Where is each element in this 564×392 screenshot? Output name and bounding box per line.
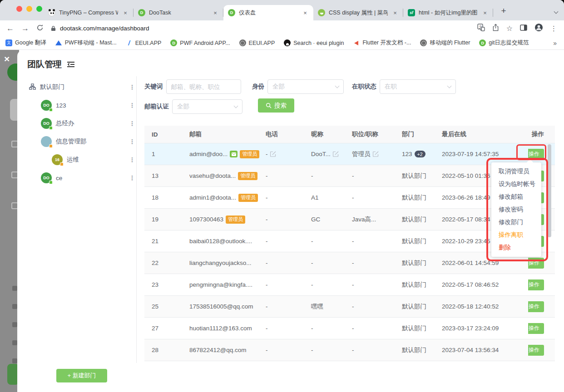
cell-nickname: - bbox=[311, 347, 352, 353]
department-item[interactable]: 16运维⋮ bbox=[26, 151, 136, 169]
search-icon bbox=[266, 103, 272, 108]
keyword-input[interactable] bbox=[166, 79, 241, 94]
edit-icon[interactable] bbox=[333, 151, 339, 157]
more-icon[interactable]: ⋮ bbox=[129, 156, 136, 163]
browser-tab[interactable]: html - 如何让img里的图片× bbox=[403, 5, 493, 20]
search-button[interactable]: 搜索 bbox=[258, 98, 294, 113]
action-button[interactable]: 操作 bbox=[528, 279, 544, 290]
bookmark-item[interactable]: EEUI.APP bbox=[239, 39, 275, 46]
more-icon[interactable]: ⋮ bbox=[129, 83, 136, 91]
zoom-window-icon[interactable] bbox=[36, 6, 42, 12]
new-department-button[interactable]: + 新建部门 bbox=[56, 369, 107, 382]
close-window-icon[interactable] bbox=[16, 6, 22, 12]
department-item[interactable]: DOce⋮ bbox=[26, 169, 136, 187]
cell-email: vasehu@doota...管理员 bbox=[189, 172, 266, 180]
cell-nickname: GC bbox=[311, 216, 352, 223]
tab-close-icon[interactable]: × bbox=[391, 10, 399, 16]
status-select[interactable]: 在职 bbox=[380, 79, 456, 94]
members-panel: 关键词 身份 全部 在职状态 在职 邮箱认证 全部 搜索 bbox=[144, 76, 555, 389]
profile-avatar[interactable] bbox=[534, 23, 543, 34]
bookmark-item[interactable]: git日志提交规范 bbox=[479, 39, 529, 47]
cell-action: 操作 bbox=[528, 323, 555, 334]
department-text: 默认部门 bbox=[402, 303, 426, 311]
collapse-menu-icon[interactable] bbox=[66, 61, 75, 68]
identity-select[interactable]: 全部 bbox=[267, 79, 344, 94]
segmentfault-icon bbox=[408, 9, 415, 16]
status-label: 在职状态 bbox=[352, 83, 376, 91]
bookmark-item[interactable]: Google 翻译 bbox=[5, 39, 46, 47]
browser-tab[interactable]: TinyPNG – Compress We× bbox=[44, 5, 134, 20]
tab-search-chevron-icon[interactable] bbox=[554, 7, 558, 15]
more-icon[interactable]: ⋮ bbox=[129, 174, 136, 181]
bookmark-item[interactable]: PWF移动端 - Mast... bbox=[55, 39, 117, 47]
admin-badge: 管理员 bbox=[226, 216, 245, 224]
bookmark-label: 移动端的 Flutter bbox=[430, 39, 470, 47]
side-panel-icon[interactable] bbox=[520, 24, 527, 33]
bookmark-item[interactable]: PWF Android APP... bbox=[170, 39, 230, 46]
translate-icon bbox=[5, 39, 12, 46]
tab-close-icon[interactable]: × bbox=[212, 10, 219, 16]
reload-icon[interactable] bbox=[36, 24, 44, 33]
globe-icon bbox=[239, 39, 246, 46]
tab-close-icon[interactable]: × bbox=[481, 10, 489, 16]
bookmark-item[interactable]: EEUI.APP bbox=[126, 39, 162, 46]
url-text: dootask.com/manage/dashboard bbox=[60, 25, 149, 32]
cell-position: - bbox=[352, 281, 402, 288]
window-controls bbox=[16, 6, 42, 12]
tab-close-icon[interactable]: × bbox=[302, 10, 309, 16]
more-icon[interactable]: ⋮ bbox=[129, 120, 136, 127]
tab-close-icon[interactable]: × bbox=[122, 10, 129, 16]
new-tab-button[interactable]: + bbox=[498, 5, 510, 17]
department-text: 默认部门 bbox=[402, 216, 426, 224]
address-bar[interactable]: dootask.com/manage/dashboard bbox=[51, 25, 470, 32]
status-badge bbox=[60, 162, 64, 166]
cell-nickname: A1 bbox=[311, 194, 352, 201]
triangle-icon bbox=[55, 39, 62, 46]
department-item[interactable]: 信息管理部⋮ bbox=[26, 132, 136, 151]
action-button[interactable]: 操作 bbox=[528, 301, 544, 312]
cell-phone: - bbox=[266, 347, 311, 353]
back-icon[interactable]: ← bbox=[6, 24, 14, 32]
bookmark-item[interactable]: 移动端的 Flutter bbox=[420, 39, 470, 47]
bookmark-item[interactable]: Flutter 开发文档 -... bbox=[353, 39, 411, 47]
minimize-window-icon[interactable] bbox=[26, 6, 32, 12]
department-item[interactable]: 默认部门⋮ bbox=[26, 78, 136, 96]
translate-icon[interactable]: 文 bbox=[477, 24, 485, 33]
dootask-icon bbox=[138, 9, 145, 16]
chrome-menu-icon[interactable]: ⋮ bbox=[550, 24, 558, 33]
share-icon[interactable] bbox=[492, 24, 499, 33]
position-text: - bbox=[352, 194, 354, 201]
browser-tab[interactable]: 仪表盘× bbox=[223, 5, 313, 20]
lock-icon bbox=[51, 25, 56, 31]
department-text: 默认部门 bbox=[402, 237, 426, 245]
status-badge bbox=[49, 144, 53, 148]
more-icon[interactable]: ⋮ bbox=[129, 138, 136, 145]
bookmark-star-icon[interactable]: ☆ bbox=[506, 24, 513, 33]
cell-email: liangchangyoujackso... bbox=[189, 260, 266, 266]
nickname-text: - bbox=[311, 260, 313, 266]
department-item[interactable]: DO123⋮ bbox=[26, 96, 136, 114]
bookmark-item[interactable]: Search · eeui plugin bbox=[284, 39, 344, 46]
more-icon[interactable]: ⋮ bbox=[129, 102, 136, 109]
edit-icon[interactable] bbox=[270, 151, 276, 157]
department-avatar: 16 bbox=[52, 154, 63, 165]
edit-icon[interactable] bbox=[373, 151, 379, 157]
browser-tab[interactable]: DooTask× bbox=[134, 5, 223, 20]
table-scrollbar[interactable] bbox=[548, 144, 551, 237]
phone-text: - bbox=[266, 238, 268, 245]
bookmark-label: Google 翻译 bbox=[15, 39, 46, 47]
email-verify-select[interactable]: 全部 bbox=[172, 99, 242, 114]
department-item[interactable]: DO总经办⋮ bbox=[26, 114, 136, 132]
browser-window: TinyPNG – Compress We×DooTask×仪表盘×CSS di… bbox=[0, 0, 564, 392]
dootask-icon bbox=[479, 39, 486, 46]
cell-department: 默认部门 bbox=[402, 216, 442, 224]
browser-tab[interactable]: CSS display 属性 | 菜鸟教× bbox=[313, 5, 403, 20]
action-button[interactable]: 操作 bbox=[528, 323, 544, 334]
action-button[interactable]: 操作 bbox=[528, 345, 544, 356]
forward-icon[interactable]: → bbox=[21, 24, 29, 32]
flutter-icon bbox=[353, 39, 360, 46]
email-text: 1097300463 bbox=[189, 216, 223, 223]
bookmarks-overflow-icon[interactable]: » bbox=[553, 39, 559, 47]
cell-position: 管理员 bbox=[352, 150, 402, 158]
modal-close-icon[interactable]: × bbox=[4, 54, 10, 64]
